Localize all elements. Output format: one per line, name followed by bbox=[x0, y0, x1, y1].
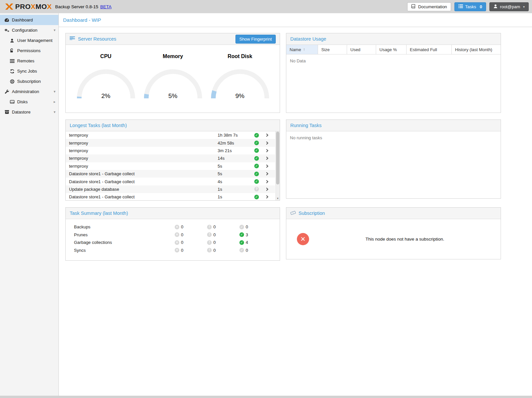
server-resources-panel: Server Resources Show Fingerprint CPU2%M… bbox=[65, 33, 280, 113]
gauge-label: Memory bbox=[139, 53, 206, 59]
page-title: Dashboard - WIP bbox=[63, 17, 101, 23]
check-circle-icon: ✓ bbox=[254, 133, 259, 138]
open-task-button[interactable] bbox=[263, 149, 272, 152]
error-count: 0 bbox=[181, 232, 183, 237]
task-summary-row-garbage-collections[interactable]: Garbage collections×0!0✓4 bbox=[66, 239, 280, 247]
task-row[interactable]: Datastore store1 - Garbage collect5s✓ bbox=[66, 170, 275, 178]
show-fingerprint-button[interactable]: Show Fingerprint bbox=[235, 35, 276, 44]
task-row[interactable]: termproxy14s✓ bbox=[66, 154, 275, 162]
warning-count: 0 bbox=[213, 232, 216, 237]
sidebar-item-permissions[interactable]: Permissions bbox=[0, 46, 58, 56]
column-header-usage[interactable]: Usage % bbox=[376, 45, 407, 54]
column-header-estimated-full[interactable]: Estimated Full bbox=[407, 45, 452, 54]
sidebar-item-user-management[interactable]: User Management bbox=[0, 35, 58, 46]
scrollbar-thumb[interactable] bbox=[276, 132, 279, 184]
sort-ascending-icon: ↑ bbox=[303, 47, 305, 52]
chevron-right-icon bbox=[265, 149, 268, 152]
chevron-down-icon[interactable]: ▾ bbox=[53, 110, 55, 114]
subscription-header: Subscription bbox=[286, 208, 501, 219]
ok-count: 4 bbox=[246, 240, 248, 245]
sidebar-item-sync-jobs[interactable]: Sync Jobs bbox=[0, 66, 58, 76]
datastore-usage-panel: Datastore Usage Name↑SizeUsedUsage %Esti… bbox=[286, 33, 501, 113]
user-label: root@pam bbox=[500, 4, 520, 9]
server-resources-title: Server Resources bbox=[78, 36, 116, 42]
vertical-scrollbar[interactable]: ▾ bbox=[275, 131, 280, 200]
task-row[interactable]: termproxy42m 58s✓ bbox=[66, 139, 275, 147]
sidebar-item-configuration[interactable]: Configuration▾ bbox=[0, 25, 58, 35]
column-header-size[interactable]: Size bbox=[318, 45, 347, 54]
running-tasks-panel: Running Tasks No running tasks bbox=[286, 119, 501, 199]
task-row[interactable]: termproxy3m 21s✓ bbox=[66, 147, 275, 154]
sidebar-item-label: Administration bbox=[12, 89, 39, 94]
exclamation-circle-icon: ! bbox=[207, 240, 212, 245]
chevron-down-icon[interactable]: ▾ bbox=[53, 89, 55, 94]
error-count: 0 bbox=[181, 224, 183, 229]
open-task-button[interactable] bbox=[263, 188, 272, 190]
column-header-history-last-month[interactable]: History (last Month) bbox=[452, 45, 501, 54]
open-task-button[interactable] bbox=[263, 196, 272, 198]
scroll-down-icon[interactable]: ▾ bbox=[276, 197, 280, 200]
sidebar-item-remotes[interactable]: Remotes bbox=[0, 56, 58, 66]
task-name: Datastore store1 - Garbage collect bbox=[66, 194, 218, 199]
subscription-message: This node does not have a subscription. bbox=[309, 237, 501, 242]
datastore-icon bbox=[4, 110, 10, 114]
sidebar-item-datastore[interactable]: Datastore▾ bbox=[0, 107, 58, 117]
task-name: termproxy bbox=[66, 148, 218, 153]
open-task-button[interactable] bbox=[263, 181, 272, 183]
gauge-memory: Memory5% bbox=[139, 45, 206, 101]
open-task-button[interactable] bbox=[263, 134, 272, 136]
sidebar-item-label: Remotes bbox=[17, 58, 34, 63]
chevron-right-icon bbox=[265, 180, 268, 183]
exclamation-circle-icon: ! bbox=[207, 232, 212, 237]
gauge-cpu: CPU2% bbox=[72, 45, 139, 101]
task-row[interactable]: termproxy5s✓ bbox=[66, 162, 275, 170]
task-summary-header: Task Summary (last Month) bbox=[66, 208, 280, 219]
gauge-label: CPU bbox=[72, 53, 139, 59]
book-icon bbox=[411, 4, 416, 10]
open-task-button[interactable] bbox=[263, 173, 272, 175]
chevron-right-icon[interactable]: ▸ bbox=[53, 100, 55, 104]
open-task-button[interactable] bbox=[263, 165, 272, 167]
sidebar-item-disks[interactable]: Disks▸ bbox=[0, 97, 58, 107]
datastore-usage-header: Datastore Usage bbox=[286, 33, 501, 45]
sidebar-item-dashboard[interactable]: Dashboard bbox=[0, 15, 58, 25]
task-row[interactable]: Datastore store1 - Garbage collect4s✓ bbox=[66, 178, 275, 185]
panel-bars-icon bbox=[70, 36, 75, 42]
documentation-button[interactable]: Documentation bbox=[407, 2, 451, 11]
chevron-down-icon[interactable]: ▾ bbox=[53, 28, 55, 32]
subscription-panel: Subscription ✕ This node does not have a… bbox=[286, 207, 501, 259]
column-header-used[interactable]: Used bbox=[347, 45, 376, 54]
wrench-icon bbox=[4, 89, 10, 94]
sidebar-item-subscription[interactable]: Subscription bbox=[0, 76, 58, 86]
check-circle-icon: ✓ bbox=[254, 148, 259, 153]
unlock-icon bbox=[9, 49, 15, 53]
user-menu-button[interactable]: root@pam ▾ bbox=[489, 2, 529, 11]
proxmox-x-icon bbox=[5, 3, 14, 11]
server-resources-header: Server Resources Show Fingerprint bbox=[66, 33, 280, 45]
beta-link[interactable]: BETA bbox=[100, 4, 111, 9]
sidebar-item-administration[interactable]: Administration▾ bbox=[0, 86, 58, 97]
task-duration: 42m 58s bbox=[218, 141, 251, 146]
user-icon bbox=[493, 4, 498, 10]
task-name: termproxy bbox=[66, 156, 218, 161]
open-task-button[interactable] bbox=[263, 142, 272, 144]
sidebar-item-label: Disks bbox=[17, 99, 28, 104]
check-circle-icon: ✓ bbox=[239, 240, 244, 245]
column-header-name[interactable]: Name↑ bbox=[286, 45, 318, 54]
task-row[interactable]: Datastore store1 - Garbage collect1s✓ bbox=[66, 193, 275, 200]
tasks-button[interactable]: Tasks 0 bbox=[454, 2, 486, 11]
check-circle-icon: ✓ bbox=[239, 248, 244, 252]
task-summary-row-syncs[interactable]: Syncs×0!0✓0 bbox=[66, 247, 280, 254]
check-circle-icon: ✓ bbox=[254, 172, 259, 176]
open-task-button[interactable] bbox=[263, 157, 272, 159]
task-row[interactable]: Update package database1s? bbox=[66, 185, 275, 193]
task-row[interactable]: termproxy1h 38m 7s✓ bbox=[66, 131, 275, 139]
task-type-label: Backups bbox=[66, 224, 175, 229]
running-tasks-empty-text: No running tasks bbox=[286, 131, 501, 144]
sync-icon bbox=[9, 69, 15, 74]
task-summary-row-prunes[interactable]: Prunes×0!0✓3 bbox=[66, 231, 280, 239]
chevron-right-icon bbox=[265, 195, 268, 199]
longest-tasks-header: Longest Tasks (last Month) bbox=[66, 120, 280, 131]
task-duration: 14s bbox=[218, 156, 251, 161]
task-summary-row-backups[interactable]: Backups×0!0✓0 bbox=[66, 223, 280, 231]
